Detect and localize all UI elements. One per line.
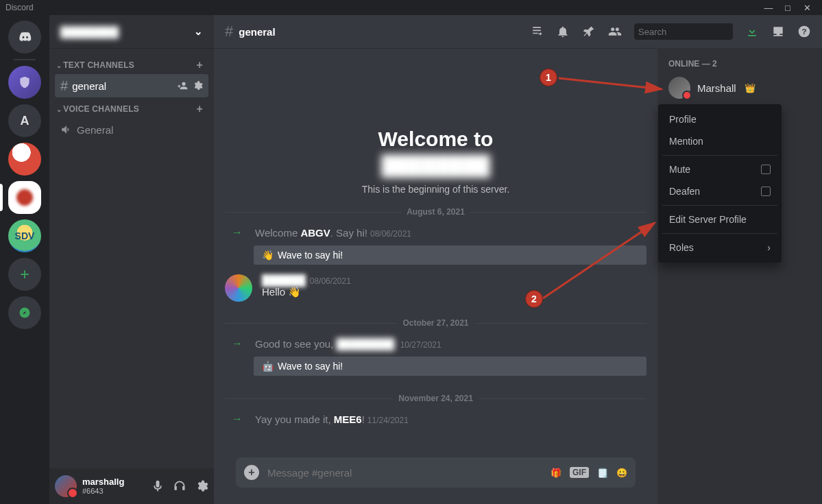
robot-emoji-icon: 🤖 (262, 361, 274, 372)
server-item[interactable]: A (8, 104, 41, 137)
channel-category[interactable]: ⌄ TEXT CHANNELS + (55, 53, 208, 74)
annotation-marker-2: 2 (525, 290, 543, 308)
ctx-roles[interactable]: Roles› (662, 237, 777, 259)
server-item[interactable] (8, 66, 41, 99)
server-item[interactable] (8, 143, 41, 176)
window-minimize-button[interactable]: — (759, 0, 778, 15)
gift-icon[interactable]: 🎁 (551, 468, 561, 478)
download-icon[interactable] (745, 25, 759, 38)
message-author[interactable]: ██████ (262, 274, 306, 286)
welcome-subtitle: This is the beginning of this server. (225, 184, 646, 195)
sticker-icon[interactable]: 🗒️ (597, 468, 608, 478)
channel-title: general (239, 26, 275, 38)
ctx-edit-server-profile[interactable]: Edit Server Profile (662, 208, 777, 230)
member-name: Marshall (697, 82, 736, 94)
home-button[interactable] (8, 21, 41, 53)
chevron-down-icon: ⌄ (56, 106, 62, 113)
window-titlebar: Discord — □ ✕ (0, 0, 822, 15)
crown-icon: 👑 (745, 83, 755, 93)
annotation-marker-1: 1 (540, 69, 557, 86)
user-panel: marshallg #6643 (49, 468, 214, 504)
checkbox-icon (761, 187, 771, 196)
system-join-message: → Welcome ABGV. Say hi!08/06/2021 (225, 224, 646, 241)
ctx-mention[interactable]: Mention (662, 130, 777, 152)
mic-icon[interactable] (151, 479, 165, 493)
chevron-down-icon: ⌄ (56, 62, 62, 69)
server-header[interactable]: ████████ ⌄ (49, 15, 214, 48)
channel-label: general (72, 80, 106, 92)
category-label: VOICE CHANNELS (63, 104, 139, 114)
hash-icon: # (225, 23, 233, 40)
message-input-container: + 🎁 GIF 🗒️ 😀 (236, 457, 636, 488)
member-avatar (668, 77, 690, 99)
compass-icon (18, 306, 32, 320)
member-item[interactable]: Marshall 👑 (663, 74, 817, 101)
server-item-active[interactable] (8, 181, 41, 214)
headphones-icon[interactable] (173, 479, 186, 493)
gif-button[interactable]: GIF (570, 467, 589, 478)
help-icon[interactable]: ? (797, 25, 811, 38)
window-close-button[interactable]: ✕ (797, 0, 817, 15)
checkbox-icon (761, 165, 771, 174)
app-title: Discord (5, 3, 34, 12)
wave-button[interactable]: 🤖Wave to say hi! (254, 357, 646, 376)
category-label: TEXT CHANNELS (63, 60, 134, 70)
channel-item-general[interactable]: # general (55, 74, 208, 97)
pin-icon[interactable] (582, 25, 596, 38)
channel-topbar: # general ? (214, 15, 822, 48)
server-rail: A SDV + (0, 15, 49, 504)
server-item[interactable]: SDV (8, 219, 41, 252)
welcome-block: Welcome to ████████ This is the beginnin… (225, 128, 646, 195)
message-avatar[interactable] (225, 274, 252, 302)
system-join-message: → Yay you made it, MEE6!11/24/2021 (225, 410, 646, 428)
voice-channel-item[interactable]: General (55, 118, 208, 141)
gear-icon[interactable] (195, 479, 208, 493)
add-server-button[interactable]: + (8, 258, 41, 291)
server-name: ████████ (60, 26, 119, 38)
join-arrow-icon: → (232, 413, 243, 425)
search-box[interactable] (634, 23, 733, 40)
user-tag: #6643 (82, 487, 124, 495)
wave-button[interactable]: 👋Wave to say hi! (254, 245, 646, 265)
ctx-deafen[interactable]: Deafen (662, 180, 777, 202)
ctx-profile[interactable]: Profile (662, 108, 777, 130)
welcome-title: Welcome to (225, 128, 646, 151)
user-context-menu: Profile Mention Mute Deafen Edit Server … (658, 104, 782, 263)
add-channel-button[interactable]: + (196, 103, 203, 115)
members-icon[interactable] (608, 25, 622, 38)
explore-servers-button[interactable] (8, 296, 41, 329)
threads-icon[interactable] (530, 25, 544, 38)
discord-logo-icon (18, 30, 32, 44)
date-divider: November 24, 2021 (225, 394, 646, 403)
inbox-icon[interactable] (771, 25, 785, 38)
message-text: Hello 👋 (262, 286, 351, 298)
attach-button[interactable]: + (244, 465, 259, 480)
user-name: marshallg (82, 477, 124, 487)
chat-area: Welcome to ████████ This is the beginnin… (214, 48, 657, 504)
channel-sidebar: ████████ ⌄ ⌄ TEXT CHANNELS + # general ⌄… (49, 15, 214, 504)
date-divider: August 6, 2021 (225, 207, 646, 217)
window-maximize-button[interactable]: □ (778, 0, 797, 15)
wave-emoji-icon: 👋 (262, 250, 274, 261)
chevron-down-icon: ⌄ (194, 25, 203, 38)
invite-people-icon[interactable] (177, 80, 188, 91)
channel-category[interactable]: ⌄ VOICE CHANNELS + (55, 97, 208, 118)
emoji-icon[interactable]: 😀 (616, 468, 627, 478)
system-join-message: → Good to see you, ████████ 10/27/2021 (225, 335, 646, 352)
search-input[interactable] (638, 27, 753, 37)
join-arrow-icon: → (232, 337, 243, 350)
welcome-server-name: ████████ (225, 155, 646, 177)
date-divider: October 27, 2021 (225, 318, 646, 328)
channel-label: General (77, 124, 113, 136)
member-section-header: ONLINE — 2 (663, 59, 817, 74)
user-avatar[interactable] (55, 475, 77, 497)
hash-icon: # (60, 78, 68, 94)
shield-icon (18, 75, 32, 89)
ctx-mute[interactable]: Mute (662, 158, 777, 180)
svg-text:?: ? (801, 27, 806, 36)
add-channel-button[interactable]: + (196, 59, 203, 71)
message-input[interactable] (267, 467, 542, 479)
bell-icon[interactable] (556, 25, 570, 38)
gear-icon[interactable] (192, 80, 203, 91)
speaker-icon (60, 123, 73, 136)
